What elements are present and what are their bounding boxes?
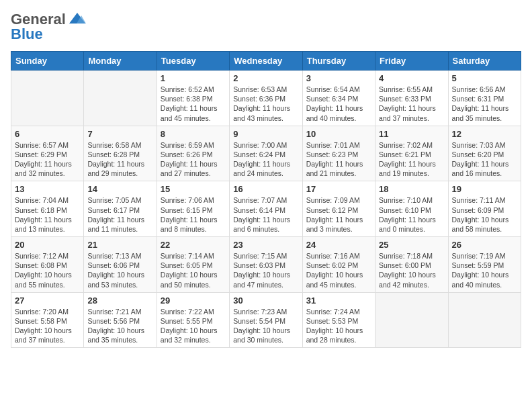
day-info: Sunrise: 7:15 AM Sunset: 6:03 PM Dayligh…: [233, 251, 298, 289]
day-number: 22: [161, 240, 226, 250]
week-row-3: 13Sunrise: 7:04 AM Sunset: 6:18 PM Dayli…: [11, 181, 521, 237]
day-number: 3: [306, 73, 371, 83]
day-number: 10: [306, 129, 371, 139]
header-day-saturday: Saturday: [448, 52, 521, 71]
day-number: 6: [15, 129, 80, 139]
day-number: 20: [15, 240, 80, 250]
day-info: Sunrise: 7:01 AM Sunset: 6:23 PM Dayligh…: [306, 140, 371, 179]
day-info: Sunrise: 7:23 AM Sunset: 5:54 PM Dayligh…: [233, 307, 298, 345]
day-info: Sunrise: 6:56 AM Sunset: 6:31 PM Dayligh…: [452, 85, 517, 123]
day-info: Sunrise: 7:09 AM Sunset: 6:12 PM Dayligh…: [306, 195, 371, 234]
day-number: 16: [233, 184, 298, 194]
week-row-4: 20Sunrise: 7:12 AM Sunset: 6:08 PM Dayli…: [11, 237, 521, 293]
calendar-cell: [448, 292, 521, 348]
calendar-cell: 10Sunrise: 7:01 AM Sunset: 6:23 PM Dayli…: [302, 126, 375, 181]
day-number: 18: [379, 184, 444, 194]
day-number: 8: [161, 129, 226, 139]
logo-blue: Blue: [11, 26, 43, 43]
week-row-2: 6Sunrise: 6:57 AM Sunset: 6:29 PM Daylig…: [11, 126, 521, 181]
header-row: SundayMondayTuesdayWednesdayThursdayFrid…: [11, 52, 521, 71]
day-number: 31: [306, 295, 371, 306]
calendar-cell: 7Sunrise: 6:58 AM Sunset: 6:28 PM Daylig…: [84, 126, 157, 181]
day-info: Sunrise: 7:10 AM Sunset: 6:10 PM Dayligh…: [379, 195, 444, 234]
day-number: 12: [452, 129, 517, 139]
calendar-cell: 3Sunrise: 6:54 AM Sunset: 6:34 PM Daylig…: [302, 71, 375, 126]
day-info: Sunrise: 7:04 AM Sunset: 6:18 PM Dayligh…: [15, 195, 80, 234]
calendar-cell: 6Sunrise: 6:57 AM Sunset: 6:29 PM Daylig…: [11, 126, 84, 181]
calendar-cell: 29Sunrise: 7:22 AM Sunset: 5:55 PM Dayli…: [157, 292, 229, 348]
calendar-table: SundayMondayTuesdayWednesdayThursdayFrid…: [11, 51, 521, 348]
day-info: Sunrise: 6:58 AM Sunset: 6:28 PM Dayligh…: [87, 140, 152, 179]
header-day-monday: Monday: [84, 52, 157, 71]
day-info: Sunrise: 7:20 AM Sunset: 5:58 PM Dayligh…: [15, 307, 80, 345]
day-info: Sunrise: 7:03 AM Sunset: 6:20 PM Dayligh…: [452, 140, 517, 179]
day-info: Sunrise: 7:12 AM Sunset: 6:08 PM Dayligh…: [15, 251, 80, 289]
calendar-cell: 4Sunrise: 6:55 AM Sunset: 6:33 PM Daylig…: [375, 71, 448, 126]
page-header: General Blue: [11, 11, 521, 43]
day-number: 26: [452, 240, 517, 250]
day-info: Sunrise: 7:22 AM Sunset: 5:55 PM Dayligh…: [161, 307, 226, 345]
calendar-cell: 31Sunrise: 7:24 AM Sunset: 5:53 PM Dayli…: [302, 292, 375, 348]
day-info: Sunrise: 7:24 AM Sunset: 5:53 PM Dayligh…: [306, 307, 371, 345]
week-row-1: 1Sunrise: 6:52 AM Sunset: 6:38 PM Daylig…: [11, 71, 521, 126]
day-number: 17: [306, 184, 371, 194]
day-info: Sunrise: 7:19 AM Sunset: 5:59 PM Dayligh…: [452, 251, 517, 289]
day-info: Sunrise: 7:14 AM Sunset: 6:05 PM Dayligh…: [161, 251, 226, 289]
day-info: Sunrise: 6:53 AM Sunset: 6:36 PM Dayligh…: [233, 85, 298, 123]
day-number: 13: [15, 184, 80, 194]
day-number: 23: [233, 240, 298, 250]
calendar-cell: 5Sunrise: 6:56 AM Sunset: 6:31 PM Daylig…: [448, 71, 521, 126]
day-info: Sunrise: 6:59 AM Sunset: 6:26 PM Dayligh…: [161, 140, 226, 179]
calendar-cell: 17Sunrise: 7:09 AM Sunset: 6:12 PM Dayli…: [302, 181, 375, 237]
calendar-cell: [11, 71, 84, 126]
calendar-cell: 14Sunrise: 7:05 AM Sunset: 6:17 PM Dayli…: [84, 181, 157, 237]
calendar-cell: 12Sunrise: 7:03 AM Sunset: 6:20 PM Dayli…: [448, 126, 521, 181]
logo-icon: [68, 11, 87, 26]
day-number: 28: [87, 295, 152, 306]
calendar-cell: [84, 71, 157, 126]
header-day-sunday: Sunday: [11, 52, 84, 71]
day-number: 7: [87, 129, 152, 139]
day-info: Sunrise: 7:13 AM Sunset: 6:06 PM Dayligh…: [87, 251, 152, 289]
day-number: 11: [379, 129, 444, 139]
day-number: 4: [379, 73, 444, 83]
calendar-cell: 21Sunrise: 7:13 AM Sunset: 6:06 PM Dayli…: [84, 237, 157, 293]
day-number: 2: [233, 73, 298, 83]
day-info: Sunrise: 7:11 AM Sunset: 6:09 PM Dayligh…: [452, 195, 517, 234]
day-info: Sunrise: 7:00 AM Sunset: 6:24 PM Dayligh…: [233, 140, 298, 179]
day-info: Sunrise: 6:55 AM Sunset: 6:33 PM Dayligh…: [379, 85, 444, 123]
day-info: Sunrise: 7:16 AM Sunset: 6:02 PM Dayligh…: [306, 251, 371, 289]
calendar-cell: 27Sunrise: 7:20 AM Sunset: 5:58 PM Dayli…: [11, 292, 84, 348]
day-number: 14: [87, 184, 152, 194]
calendar-cell: 24Sunrise: 7:16 AM Sunset: 6:02 PM Dayli…: [302, 237, 375, 293]
day-number: 19: [452, 184, 517, 194]
header-day-tuesday: Tuesday: [157, 52, 229, 71]
calendar-cell: 26Sunrise: 7:19 AM Sunset: 5:59 PM Dayli…: [448, 237, 521, 293]
day-info: Sunrise: 6:54 AM Sunset: 6:34 PM Dayligh…: [306, 85, 371, 123]
calendar-cell: 19Sunrise: 7:11 AM Sunset: 6:09 PM Dayli…: [448, 181, 521, 237]
day-number: 1: [161, 73, 226, 83]
calendar-body: 1Sunrise: 6:52 AM Sunset: 6:38 PM Daylig…: [11, 71, 521, 348]
calendar-cell: 25Sunrise: 7:18 AM Sunset: 6:00 PM Dayli…: [375, 237, 448, 293]
calendar-cell: 22Sunrise: 7:14 AM Sunset: 6:05 PM Dayli…: [157, 237, 229, 293]
calendar-cell: 15Sunrise: 7:06 AM Sunset: 6:15 PM Dayli…: [157, 181, 229, 237]
calendar-cell: 18Sunrise: 7:10 AM Sunset: 6:10 PM Dayli…: [375, 181, 448, 237]
week-row-5: 27Sunrise: 7:20 AM Sunset: 5:58 PM Dayli…: [11, 292, 521, 348]
day-number: 9: [233, 129, 298, 139]
day-number: 5: [452, 73, 517, 83]
day-number: 27: [15, 295, 80, 306]
calendar-cell: 30Sunrise: 7:23 AM Sunset: 5:54 PM Dayli…: [230, 292, 302, 348]
day-number: 30: [233, 295, 298, 306]
header-day-thursday: Thursday: [302, 52, 375, 71]
calendar-header: SundayMondayTuesdayWednesdayThursdayFrid…: [11, 52, 521, 71]
day-info: Sunrise: 7:18 AM Sunset: 6:00 PM Dayligh…: [379, 251, 444, 289]
day-info: Sunrise: 7:06 AM Sunset: 6:15 PM Dayligh…: [161, 195, 226, 234]
calendar-cell: 23Sunrise: 7:15 AM Sunset: 6:03 PM Dayli…: [230, 237, 302, 293]
calendar-cell: 20Sunrise: 7:12 AM Sunset: 6:08 PM Dayli…: [11, 237, 84, 293]
day-number: 29: [161, 295, 226, 306]
calendar-cell: 11Sunrise: 7:02 AM Sunset: 6:21 PM Dayli…: [375, 126, 448, 181]
logo: General Blue: [11, 11, 87, 43]
day-number: 21: [87, 240, 152, 250]
day-info: Sunrise: 7:07 AM Sunset: 6:14 PM Dayligh…: [233, 195, 298, 234]
day-info: Sunrise: 6:52 AM Sunset: 6:38 PM Dayligh…: [161, 85, 226, 123]
